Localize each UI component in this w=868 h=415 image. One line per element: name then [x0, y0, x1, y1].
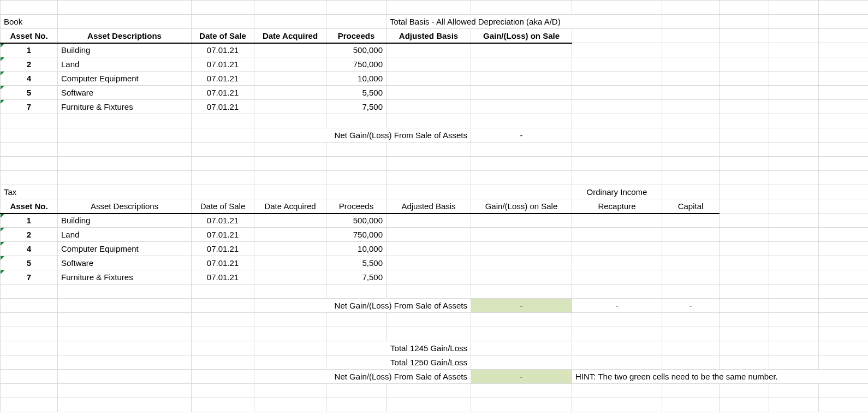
row-book-label: Book Total Basis - All Allowed Depreciat… [1, 15, 869, 29]
hdr-date-of-sale: Date of Sale [192, 199, 254, 214]
net-gain-2-value[interactable]: - [471, 370, 572, 384]
cell-date-of-sale[interactable]: 07.01.21 [192, 242, 254, 256]
cell-date-of-sale[interactable]: 07.01.21 [192, 228, 254, 242]
cell-asset-desc[interactable]: Building [58, 214, 192, 228]
cell-asset-no[interactable]: 1 [1, 43, 58, 57]
hdr-recapture: Recapture [572, 199, 662, 214]
cell-date-acquired[interactable] [254, 100, 326, 114]
cell-date-of-sale[interactable]: 07.01.21 [192, 214, 254, 228]
row-book-headers: Asset No. Asset Descriptions Date of Sal… [1, 29, 869, 43]
cell-asset-no[interactable]: 2 [1, 228, 58, 242]
cell-asset-no[interactable]: 5 [1, 256, 58, 270]
tax-total-capital[interactable]: - [662, 299, 720, 313]
row-net-gain-2: Net Gain/(Loss) From Sale of Assets - HI… [1, 370, 869, 384]
hdr-gain-loss: Gain/(Loss) on Sale [471, 199, 572, 214]
tax-total-gain[interactable]: - [471, 299, 572, 313]
cell-asset-desc[interactable]: Computer Equipment [58, 242, 192, 256]
hdr-capital: Capital [662, 199, 720, 214]
cell-asset-no[interactable]: 4 [1, 72, 58, 86]
cell-date-acquired[interactable] [254, 72, 326, 86]
cell-proceeds[interactable]: 10,000 [326, 242, 387, 256]
table-row: 2 Land 07.01.21 750,000 [1, 57, 869, 72]
table-row: 5 Software 07.01.21 5,500 [1, 86, 869, 100]
cell-proceeds[interactable]: 750,000 [326, 228, 387, 242]
depreciation-note: Total Basis - All Allowed Depreciation (… [387, 15, 662, 29]
cell-date-of-sale[interactable]: 07.01.21 [192, 270, 254, 284]
cell-asset-no[interactable]: 7 [1, 100, 58, 114]
table-row: 1 Building 07.01.21 500,000 [1, 43, 869, 57]
hdr-date-of-sale: Date of Sale [192, 29, 254, 43]
hdr-proceeds: Proceeds [326, 29, 387, 43]
cell-proceeds[interactable]: 7,500 [326, 100, 387, 114]
cell-date-acquired[interactable] [254, 86, 326, 100]
row-tax-total: Net Gain/(Loss) From Sale of Assets - - … [1, 299, 869, 313]
spreadsheet-grid[interactable]: Book Total Basis - All Allowed Depreciat… [0, 0, 868, 412]
book-total-label: Net Gain/(Loss) From Sale of Assets [254, 128, 471, 143]
cell-asset-desc[interactable]: Building [58, 43, 192, 57]
ordinary-income-label: Ordinary Income [572, 185, 662, 199]
cell-date-of-sale[interactable]: 07.01.21 [192, 100, 254, 114]
cell-asset-no[interactable]: 4 [1, 242, 58, 256]
hint-text: HINT: The two green cells need to be the… [572, 370, 869, 384]
cell-date-of-sale[interactable]: 07.01.21 [192, 72, 254, 86]
cell-date-acquired[interactable] [254, 57, 326, 72]
cell-asset-desc[interactable]: Furniture & Fixtures [58, 270, 192, 284]
row-total-1250: Total 1250 Gain/Loss [1, 355, 869, 370]
tax-total-label: Net Gain/(Loss) From Sale of Assets [254, 299, 471, 313]
cell-date-acquired[interactable] [254, 228, 326, 242]
table-row: 2 Land 07.01.21 750,000 [1, 228, 869, 242]
cell-date-acquired[interactable] [254, 256, 326, 270]
cell-date-of-sale[interactable]: 07.01.21 [192, 256, 254, 270]
tax-total-recapture[interactable]: - [572, 299, 662, 313]
hdr-proceeds: Proceeds [326, 199, 387, 214]
hdr-asset-desc: Asset Descriptions [58, 29, 192, 43]
cell-date-of-sale[interactable]: 07.01.21 [192, 43, 254, 57]
cell-date-of-sale[interactable]: 07.01.21 [192, 86, 254, 100]
hdr-adjusted-basis: Adjusted Basis [387, 199, 471, 214]
cell-date-of-sale[interactable]: 07.01.21 [192, 57, 254, 72]
hdr-date-acquired: Date Acquired [254, 29, 326, 43]
hdr-asset-desc: Asset Descriptions [58, 199, 192, 214]
hdr-date-acquired: Date Acquired [254, 199, 326, 214]
cell-proceeds[interactable]: 5,500 [326, 256, 387, 270]
cell-asset-desc[interactable]: Land [58, 57, 192, 72]
row-tax-label: Tax Ordinary Income [1, 185, 869, 199]
cell-asset-desc[interactable]: Land [58, 228, 192, 242]
hdr-asset-no: Asset No. [1, 29, 58, 43]
table-row: 1 Building 07.01.21 500,000 [1, 214, 869, 228]
cell-asset-no[interactable]: 1 [1, 214, 58, 228]
label-1250: Total 1250 Gain/Loss [326, 355, 471, 370]
cell-asset-no[interactable]: 2 [1, 57, 58, 72]
row-book-total: Net Gain/(Loss) From Sale of Assets - [1, 128, 869, 143]
table-row: 4 Computer Equipment 07.01.21 10,000 [1, 72, 869, 86]
cell-proceeds[interactable]: 10,000 [326, 72, 387, 86]
table-row: 4 Computer Equipment 07.01.21 10,000 [1, 242, 869, 256]
cell-date-acquired[interactable] [254, 214, 326, 228]
table-row: 5 Software 07.01.21 5,500 [1, 256, 869, 270]
cell-proceeds[interactable]: 5,500 [326, 86, 387, 100]
section-label-tax: Tax [1, 185, 58, 199]
cell-date-acquired[interactable] [254, 43, 326, 57]
hdr-asset-no: Asset No. [1, 199, 58, 214]
hdr-adjusted-basis: Adjusted Basis [387, 29, 471, 43]
book-total-value[interactable]: - [471, 128, 572, 143]
cell-gain-loss[interactable] [471, 43, 572, 57]
row-tax-headers: Asset No. Asset Descriptions Date of Sal… [1, 199, 869, 214]
cell-asset-desc[interactable]: Software [58, 256, 192, 270]
row-total-1245: Total 1245 Gain/Loss [1, 341, 869, 355]
cell-asset-no[interactable]: 7 [1, 270, 58, 284]
cell-proceeds[interactable]: 500,000 [326, 43, 387, 57]
cell-asset-no[interactable]: 5 [1, 86, 58, 100]
cell-asset-desc[interactable]: Computer Equipment [58, 72, 192, 86]
cell-date-acquired[interactable] [254, 242, 326, 256]
section-label-book: Book [1, 15, 58, 29]
hdr-gain-loss: Gain/(Loss) on Sale [471, 29, 572, 43]
cell-proceeds[interactable]: 750,000 [326, 57, 387, 72]
cell-asset-desc[interactable]: Software [58, 86, 192, 100]
cell-adjusted-basis[interactable] [387, 43, 471, 57]
cell-asset-desc[interactable]: Furniture & Fixtures [58, 100, 192, 114]
cell-proceeds[interactable]: 500,000 [326, 214, 387, 228]
cell-proceeds[interactable]: 7,500 [326, 270, 387, 284]
table-row: 7 Furniture & Fixtures 07.01.21 7,500 [1, 100, 869, 114]
cell-date-acquired[interactable] [254, 270, 326, 284]
